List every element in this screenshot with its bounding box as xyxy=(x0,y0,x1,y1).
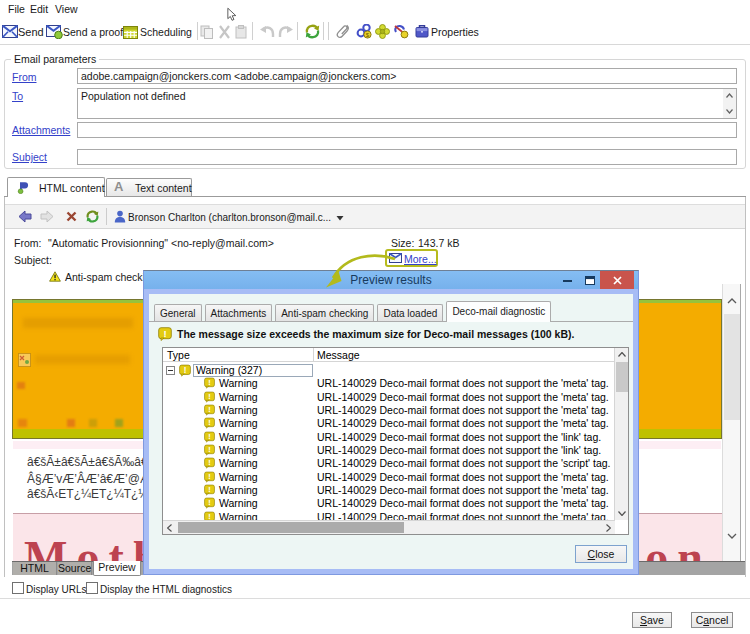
scheduling-icon[interactable] xyxy=(123,25,138,39)
tree-parent-row[interactable]: ! Warning (327) xyxy=(163,364,614,377)
table-row[interactable]: !WarningURL-140029 Deco-mail format does… xyxy=(163,484,614,497)
cancel-button[interactable]: Cancel xyxy=(691,612,733,628)
subject-input[interactable] xyxy=(77,149,737,165)
send-proof-button[interactable]: Send a proof xyxy=(63,26,123,39)
table-hscroll-thumb[interactable] xyxy=(178,522,404,533)
attachments-link[interactable]: Attachments xyxy=(12,124,70,137)
stop-icon[interactable] xyxy=(66,211,77,222)
table-row[interactable]: !WarningURL-140029 Deco-mail format does… xyxy=(163,457,614,470)
table-row[interactable]: !WarningURL-140029 Deco-mail format does… xyxy=(163,391,614,404)
tab-preview[interactable]: Preview xyxy=(93,561,141,576)
toolbar-separator xyxy=(323,22,324,40)
undo-icon[interactable] xyxy=(259,26,275,38)
table-scroll-up-icon[interactable] xyxy=(618,352,626,357)
attachments-input[interactable] xyxy=(77,122,737,138)
unlink-icon[interactable] xyxy=(393,24,409,39)
dialog-tab-data-loaded[interactable]: Data loaded xyxy=(377,304,443,322)
properties-icon[interactable] xyxy=(415,24,429,38)
to-link[interactable]: To xyxy=(12,90,23,103)
to-scroll-down-icon[interactable] xyxy=(725,108,734,115)
account-selector[interactable]: Bronson Charlton (charlton.bronson@mail.… xyxy=(128,211,331,224)
menu-edit[interactable]: Edit xyxy=(30,3,48,16)
caret-down-icon[interactable] xyxy=(336,215,344,221)
row-type: Warning xyxy=(219,377,258,390)
table-scroll-thumb[interactable] xyxy=(616,362,628,392)
tab-text-content[interactable]: A Text content xyxy=(106,178,192,197)
from-input[interactable]: adobe.campaign@jonckers.com <adobe.campa… xyxy=(77,68,737,84)
maximize-icon[interactable] xyxy=(585,276,595,285)
table-hscrollbar[interactable] xyxy=(163,520,615,534)
scroll-up-icon[interactable] xyxy=(727,298,737,304)
table-row[interactable]: !WarningURL-140029 Deco-mail format does… xyxy=(163,511,614,520)
table-row[interactable]: !WarningURL-140029 Deco-mail format does… xyxy=(163,404,614,417)
scroll-down-icon[interactable] xyxy=(727,533,737,539)
scroll-thumb[interactable] xyxy=(724,314,740,420)
dialog-close-button[interactable]: Close xyxy=(575,545,627,563)
person-icon[interactable] xyxy=(114,210,126,223)
paste-icon[interactable] xyxy=(235,25,247,39)
back-icon[interactable] xyxy=(18,210,32,223)
copy-icon[interactable] xyxy=(200,25,214,39)
link-icon[interactable]: $ xyxy=(356,24,372,39)
tab-html-content[interactable]: HTML content xyxy=(7,177,105,197)
scheduling-button[interactable]: Scheduling xyxy=(140,26,192,39)
column-divider[interactable] xyxy=(313,348,314,362)
cut-icon[interactable] xyxy=(218,25,231,39)
antispam-warning-icon xyxy=(49,271,61,282)
dialog-tab-deco-mail[interactable]: Deco-mail diagnostic xyxy=(446,301,551,322)
table-row[interactable]: !WarningURL-140029 Deco-mail format does… xyxy=(163,444,614,457)
row-message: URL-140029 Deco-mail format does not sup… xyxy=(317,404,609,417)
table-row[interactable]: !WarningURL-140029 Deco-mail format does… xyxy=(163,497,614,510)
send-proof-icon[interactable] xyxy=(46,25,63,39)
close-window-button[interactable] xyxy=(600,271,634,289)
table-scroll-down-icon[interactable] xyxy=(618,511,626,516)
table-row[interactable]: !WarningURL-140029 Deco-mail format does… xyxy=(163,377,614,390)
menu-view[interactable]: View xyxy=(55,3,78,16)
svg-text:!: ! xyxy=(208,378,210,387)
more-link[interactable]: More... xyxy=(404,253,437,266)
table-row[interactable]: !WarningURL-140029 Deco-mail format does… xyxy=(163,471,614,484)
dialog-tab-attachments-label: Attachments xyxy=(211,308,267,319)
dialog-tab-general[interactable]: General xyxy=(154,304,202,322)
preview-results-dialog: Preview results General Attachments Anti… xyxy=(143,270,639,575)
row-type: Warning xyxy=(219,404,258,417)
save-button[interactable]: Save xyxy=(632,612,672,628)
to-scrollbar[interactable] xyxy=(723,89,736,118)
send-button[interactable]: Send xyxy=(18,26,44,39)
table-row[interactable]: !WarningURL-140029 Deco-mail format does… xyxy=(163,417,614,430)
preview-vscrollbar[interactable] xyxy=(722,284,740,561)
from-link[interactable]: From xyxy=(12,71,37,84)
dialog-tab-attachments[interactable]: Attachments xyxy=(205,304,273,322)
subject-link[interactable]: Subject xyxy=(12,151,47,164)
dialog-tab-antispam[interactable]: Anti-spam checking xyxy=(275,304,374,322)
refresh-icon[interactable] xyxy=(305,24,320,39)
display-urls-checkbox[interactable] xyxy=(12,582,24,594)
redo-icon[interactable] xyxy=(278,26,294,38)
menu-file[interactable]: File xyxy=(8,3,25,16)
delivery-icon[interactable] xyxy=(375,24,390,39)
row-message: URL-140029 Deco-mail format does not sup… xyxy=(317,484,609,497)
tree-parent-label[interactable]: Warning (327) xyxy=(196,364,262,377)
dialog-tab-deco-mail-label: Deco-mail diagnostic xyxy=(452,306,545,317)
table-row[interactable]: !WarningURL-140029 Deco-mail format does… xyxy=(163,431,614,444)
attachment-icon[interactable] xyxy=(336,23,351,39)
refresh-small-icon[interactable] xyxy=(86,210,99,223)
forward-icon[interactable] xyxy=(40,210,54,223)
to-scroll-up-icon[interactable] xyxy=(725,92,734,99)
to-input[interactable]: Population not defined xyxy=(77,88,737,119)
row-message: URL-140029 Deco-mail format does not sup… xyxy=(317,431,601,444)
svg-text:!: ! xyxy=(208,432,210,441)
send-icon[interactable] xyxy=(2,25,18,38)
msg-from-value: "Automatic Provisionning" <no-reply@mail… xyxy=(48,237,274,250)
tab-html[interactable]: HTML xyxy=(13,562,57,575)
column-message[interactable]: Message xyxy=(317,349,360,362)
tab-source[interactable]: Source xyxy=(58,562,92,575)
minimize-icon[interactable] xyxy=(563,280,572,282)
column-type[interactable]: Type xyxy=(167,349,190,362)
collapse-icon[interactable] xyxy=(166,366,175,375)
table-scroll-left-icon[interactable] xyxy=(167,524,172,532)
display-html-checkbox[interactable] xyxy=(86,582,98,594)
properties-button[interactable]: Properties xyxy=(431,26,479,39)
table-vscrollbar[interactable] xyxy=(614,348,628,520)
table-scroll-right-icon[interactable] xyxy=(606,524,611,532)
